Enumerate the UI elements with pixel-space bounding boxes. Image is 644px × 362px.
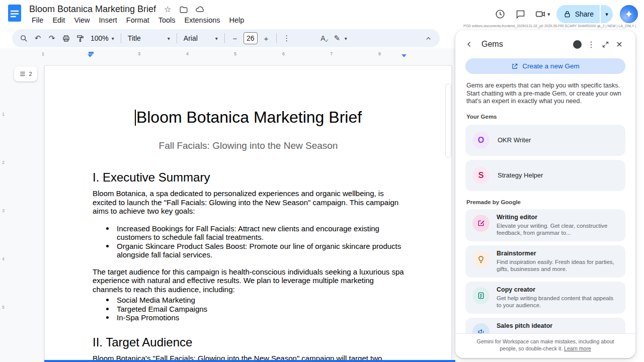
- doc-paragraph[interactable]: Bloom Botanica, a spa dedicated to perso…: [93, 189, 404, 216]
- gem-card-strategy-helper[interactable]: S Strategy Helper: [465, 160, 625, 191]
- hide-menus-chevron-icon[interactable]: [422, 32, 435, 45]
- gem-card-writing-editor[interactable]: Writing editor Elevate your writing. Get…: [465, 209, 625, 241]
- font-size-input[interactable]: 26: [244, 32, 258, 44]
- gem-card-sales-pitch-ideator[interactable]: Sales pitch ideator: [465, 318, 625, 334]
- more-options-icon[interactable]: ⋮: [280, 32, 293, 45]
- list-item[interactable]: Increased Bookings for Fall Facials: Att…: [117, 224, 404, 242]
- menu-file[interactable]: File: [27, 15, 48, 25]
- share-button[interactable]: Share: [556, 5, 600, 23]
- menu-tools[interactable]: Tools: [154, 15, 180, 25]
- copy-creator-doc-icon: [472, 287, 490, 304]
- paint-format-icon[interactable]: [73, 32, 87, 45]
- your-gems-label: Your Gems: [466, 114, 624, 120]
- close-icon[interactable]: ✕: [612, 37, 626, 51]
- redo-icon[interactable]: ↷: [45, 32, 58, 45]
- learn-more-link[interactable]: Learn more: [564, 345, 591, 351]
- doc-heading-2[interactable]: II. Target Audience: [93, 335, 404, 349]
- writing-editor-icon: [472, 215, 490, 232]
- right-indent-marker[interactable]: [401, 54, 407, 57]
- move-folder-icon[interactable]: [179, 5, 188, 14]
- kebab-menu-icon[interactable]: ⋮: [584, 37, 598, 51]
- decrease-font-size-button[interactable]: −: [228, 32, 242, 45]
- editing-mode-pen-icon[interactable]: ✎: [331, 32, 344, 45]
- left-indent-marker[interactable]: [88, 54, 93, 57]
- share-dropdown-caret[interactable]: ▾: [600, 5, 613, 23]
- document-page[interactable]: Bloom Botanica Marketing Brief Fall Faci…: [44, 65, 452, 362]
- gem-card-copy-creator[interactable]: Copy creator Get help writing branded co…: [465, 282, 625, 314]
- chevron-down-icon: ▾: [168, 36, 170, 41]
- doc-paragraph[interactable]: The target audience for this campaign is…: [93, 267, 404, 294]
- google-docs-logo[interactable]: [8, 5, 21, 22]
- text-cursor: [135, 110, 136, 126]
- paragraph-style-select[interactable]: Title▾: [125, 32, 173, 45]
- chevron-down-icon: ▾: [215, 36, 218, 41]
- sales-pitch-icon: [472, 323, 490, 334]
- gems-panel-title: Gems: [481, 40, 503, 49]
- version-history-icon[interactable]: [490, 4, 510, 24]
- gemini-disclaimer: Gemini for Workspace can make mistakes, …: [455, 333, 635, 358]
- menu-help[interactable]: Help: [225, 15, 249, 25]
- gemini-spark-icon: [624, 10, 633, 19]
- menu-bar: File Edit View Insert Format Tools Exten…: [27, 15, 249, 25]
- build-debug-text: POD editors.documents-frontend_20250131.…: [463, 24, 636, 28]
- vertical-ruler: 1 2 3 4 5: [0, 58, 8, 362]
- document-title[interactable]: Bloom Botanica Marketing Brief: [29, 4, 156, 15]
- bottom-blue-bar: [44, 360, 455, 362]
- chevron-down-icon: ▾: [112, 36, 114, 41]
- doc-bullet-list: Increased Bookings for Fall Facials: Att…: [93, 224, 404, 259]
- menu-extensions[interactable]: Extensions: [180, 15, 225, 25]
- document-area: 1 2 3 4 5 6 7 8 1 2 3 4 5 Bloom Botanica…: [0, 48, 455, 362]
- profile-icon[interactable]: [570, 37, 584, 51]
- brainstormer-bulb-icon: [472, 251, 490, 268]
- tabs-count-badge: 2: [29, 71, 32, 77]
- strategy-helper-icon: S: [472, 167, 490, 184]
- menu-insert[interactable]: Insert: [95, 15, 122, 25]
- back-icon[interactable]: [462, 37, 476, 51]
- star-icon[interactable]: ☆: [163, 5, 172, 14]
- google-docs-window: Bloom Botanica Marketing Brief ☆ File Ed…: [0, 0, 644, 362]
- expand-panel-icon[interactable]: [598, 37, 612, 51]
- vertical-scrollbar[interactable]: [445, 83, 451, 158]
- doc-subtitle[interactable]: Fall Facials: Glowing into the New Seaso…: [93, 140, 404, 151]
- premade-by-google-label: Premade by Google: [466, 199, 624, 205]
- print-icon[interactable]: [59, 32, 72, 45]
- zoom-select[interactable]: 100%▾: [88, 32, 117, 45]
- cloud-status-icon[interactable]: [195, 5, 204, 14]
- toolbar: ↶ ↷ 100%▾ Title▾ Arial▾ − 26 + ⋮ A✓ ✎ ▾: [12, 29, 440, 47]
- premade-gems-list: Writing editor Elevate your writing. Get…: [455, 205, 635, 334]
- spell-check-icon[interactable]: A✓: [316, 32, 330, 45]
- gemini-button[interactable]: [620, 5, 638, 23]
- menu-format[interactable]: Format: [122, 15, 154, 25]
- create-gem-button[interactable]: Create a new Gem: [465, 58, 625, 74]
- titlebar: Bloom Botanica Marketing Brief ☆ File Ed…: [0, 0, 644, 28]
- gems-side-panel: Gems ⋮ ✕ Create a new Gem Gems are exper…: [455, 30, 635, 358]
- increase-font-size-button[interactable]: +: [260, 32, 273, 45]
- okr-writer-icon: O: [472, 132, 490, 149]
- gems-description: Gems are experts that can help you with …: [466, 82, 624, 106]
- menu-edit[interactable]: Edit: [48, 15, 69, 25]
- gem-card-brainstormer[interactable]: Brainstormer Find inspiration easily. Fr…: [465, 245, 625, 278]
- doc-bullet-list: Social Media Marketing Targeted Email Ca…: [93, 296, 404, 322]
- video-call-caret-icon[interactable]: ▾: [547, 11, 550, 18]
- list-item[interactable]: Targeted Email Campaigns: [117, 305, 404, 314]
- doc-heading-1[interactable]: I. Executive Summary: [93, 170, 404, 185]
- first-line-indent-marker[interactable]: [89, 52, 94, 54]
- gem-card-okr-writer[interactable]: O OKR Writer: [465, 125, 625, 156]
- document-tabs-button[interactable]: 2: [14, 66, 37, 81]
- font-select[interactable]: Arial▾: [181, 32, 221, 45]
- list-item[interactable]: Organic Skincare Product Sales Boost: Pr…: [117, 242, 404, 259]
- gems-panel-header: Gems ⋮ ✕: [455, 30, 635, 54]
- lock-icon: [564, 11, 571, 18]
- editing-mode-caret-icon[interactable]: ▾: [345, 36, 347, 41]
- list-item[interactable]: In-Spa Promotions: [117, 313, 404, 322]
- undo-icon[interactable]: ↶: [31, 32, 44, 45]
- open-in-new-icon: [511, 63, 518, 70]
- comments-icon[interactable]: [510, 4, 530, 24]
- doc-heading-title[interactable]: Bloom Botanica Marketing Brief: [93, 107, 404, 127]
- share-label: Share: [575, 10, 594, 18]
- list-item[interactable]: Social Media Marketing: [117, 296, 404, 305]
- menu-view[interactable]: View: [69, 15, 94, 25]
- tabs-list-icon: [19, 70, 26, 77]
- horizontal-ruler: 1 2 3 4 5 6 7 8: [0, 50, 455, 58]
- search-menus-icon[interactable]: [17, 32, 30, 45]
